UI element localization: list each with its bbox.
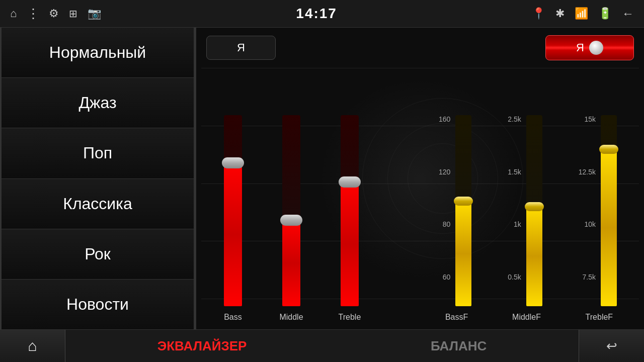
- tab-equalizer[interactable]: ЭКВАЛАЙЗЕР: [137, 333, 267, 359]
- home-nav-icon: ⌂: [28, 337, 37, 354]
- sidebar-item-news[interactable]: Новости: [0, 280, 195, 329]
- middle-slider-track: [282, 115, 300, 306]
- home-icon[interactable]: ⌂: [10, 7, 17, 20]
- toggle-circle-icon: [589, 41, 603, 55]
- treble-label: Treble: [339, 313, 361, 322]
- main-area: Нормальный Джаз Поп Классика Рок Новости…: [0, 28, 644, 329]
- middleF-slider-group: 2.5k 1.5k 1k 0.5k MiddleF: [508, 68, 545, 322]
- trebleF-slider-row: 15k 12.5k 10k 7.5k: [579, 115, 620, 306]
- wifi-icon: 📶: [575, 7, 588, 20]
- preset-row: Я Я: [201, 35, 639, 60]
- treble-slider-group: Treble: [337, 68, 362, 322]
- eq-panel: Я Я: [196, 28, 644, 329]
- treble-slider-thumb[interactable]: [339, 176, 361, 188]
- status-right-icons: 📍 ✱ 📶 🔋 ←: [532, 7, 634, 21]
- back-nav-icon[interactable]: ←: [622, 7, 634, 21]
- bassF-slider-row: 160 120 80 60: [439, 115, 474, 306]
- bass-label: Bass: [224, 313, 242, 322]
- grid-line: [201, 241, 639, 241]
- preset-left-button[interactable]: Я: [206, 36, 276, 60]
- sidebar-item-normal[interactable]: Нормальный: [0, 28, 195, 78]
- camera-icon[interactable]: 📷: [88, 7, 101, 20]
- middleF-label: MiddleF: [512, 313, 541, 322]
- sidebar: Нормальный Джаз Поп Классика Рок Новости: [0, 28, 196, 329]
- bassF-slider-thumb[interactable]: [454, 197, 473, 206]
- trebleF-label: TrebleF: [586, 313, 613, 322]
- middle-slider-thumb[interactable]: [280, 215, 302, 226]
- bass-slider-thumb[interactable]: [222, 157, 244, 168]
- trebleF-slider-thumb[interactable]: [599, 145, 618, 154]
- trebleF-slider-fill: [601, 149, 617, 306]
- trebleF-slider-group: 15k 12.5k 10k 7.5k TrebleF: [579, 68, 620, 322]
- treble-slider-fill: [341, 182, 359, 306]
- bass-slider-group: Bass: [220, 68, 246, 322]
- settings-icon[interactable]: ⚙: [49, 7, 59, 20]
- trebleF-slider-container[interactable]: [598, 115, 620, 306]
- back-button[interactable]: ↩: [579, 330, 644, 363]
- status-bar: ⌂ ⋮ ⚙ ⊞ 📷 14:17 📍 ✱ 📶 🔋 ←: [0, 0, 644, 28]
- preset-right-button[interactable]: Я: [545, 35, 634, 60]
- middleF-slider-fill: [526, 207, 542, 306]
- location-icon: 📍: [532, 7, 545, 20]
- bass-slider-track: [224, 115, 242, 306]
- grid-line: [201, 184, 639, 184]
- middle-slider-container[interactable]: [279, 115, 304, 306]
- bottom-bar: ⌂ ЭКВАЛАЙЗЕР БАЛАНС ↩: [0, 329, 644, 362]
- middleF-slider-track: [526, 115, 542, 306]
- sliders-area: Bass Middle: [201, 68, 639, 324]
- trebleF-freq-labels: 15k 12.5k 10k 7.5k: [579, 115, 596, 306]
- grid-lines: [201, 68, 639, 299]
- bottom-tabs: ЭКВАЛАЙЗЕР БАЛАНС: [65, 333, 579, 359]
- status-left-icons: ⌂ ⋮ ⚙ ⊞ 📷: [10, 6, 101, 22]
- sidebar-item-pop[interactable]: Поп: [0, 128, 195, 178]
- sidebar-item-jazz[interactable]: Джаз: [0, 78, 195, 128]
- bassF-slider-group: 160 120 80 60 BassF: [439, 68, 474, 322]
- status-time: 14:17: [296, 6, 337, 22]
- middle-slider-group: Middle: [279, 68, 304, 322]
- trebleF-slider-track: [601, 115, 617, 306]
- tab-balance[interactable]: БАЛАНС: [411, 333, 507, 359]
- home-button[interactable]: ⌂: [0, 330, 65, 363]
- middleF-freq-labels: 2.5k 1.5k 1k 0.5k: [508, 115, 521, 306]
- back-button-icon: ↩: [606, 338, 617, 354]
- battery-icon: 🔋: [598, 7, 612, 20]
- sidebar-item-classic[interactable]: Классика: [0, 179, 195, 229]
- middleF-slider-row: 2.5k 1.5k 1k 0.5k: [508, 115, 545, 306]
- grid-line: [201, 68, 639, 68]
- bass-slider-container[interactable]: [220, 115, 246, 306]
- bassF-slider-fill: [455, 201, 471, 306]
- grid-line: [201, 299, 639, 299]
- bass-slider-fill: [224, 163, 242, 306]
- bassF-slider-container[interactable]: [452, 115, 474, 306]
- bassF-slider-track: [455, 115, 471, 306]
- menu-icon[interactable]: ⋮: [27, 6, 39, 22]
- middle-slider-fill: [282, 220, 300, 306]
- grid-icon[interactable]: ⊞: [69, 8, 77, 20]
- treble-slider-track: [341, 115, 359, 306]
- bassF-freq-labels: 160 120 80 60: [439, 115, 450, 306]
- treble-slider-container[interactable]: [337, 115, 362, 306]
- sidebar-item-rock[interactable]: Рок: [0, 229, 195, 280]
- bassF-label: BassF: [445, 313, 468, 322]
- grid-line: [201, 126, 639, 126]
- bluetooth-icon: ✱: [555, 7, 565, 20]
- middleF-slider-container[interactable]: [523, 115, 545, 306]
- middle-label: Middle: [279, 313, 303, 322]
- middleF-slider-thumb[interactable]: [525, 202, 544, 211]
